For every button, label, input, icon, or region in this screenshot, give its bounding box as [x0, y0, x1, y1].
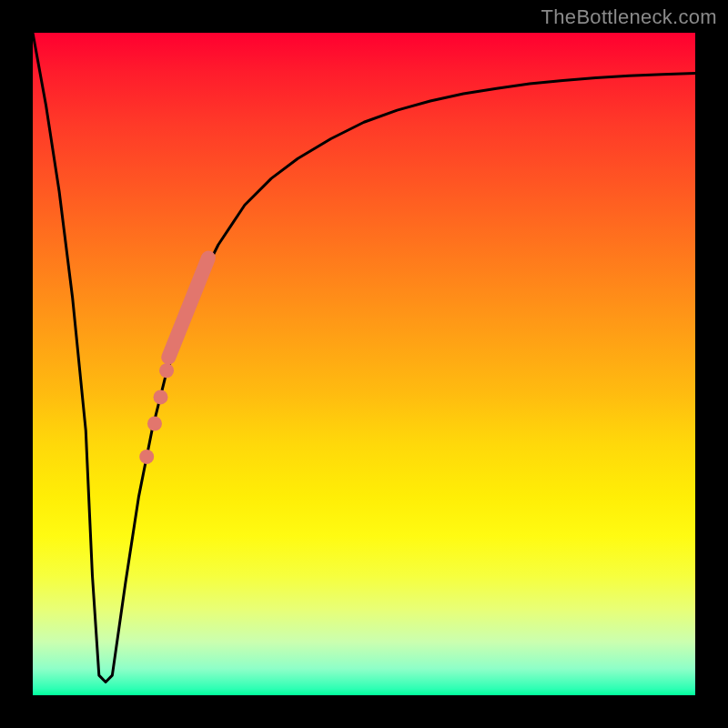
- marker-bar: [168, 258, 208, 358]
- marker-dot: [159, 363, 174, 378]
- bottleneck-curve: [33, 33, 695, 682]
- marker-dot: [147, 417, 162, 431]
- plot-area: [33, 33, 695, 695]
- marker-dot: [154, 389, 168, 404]
- chart-frame: TheBottleneck.com: [0, 0, 728, 728]
- marker-dot: [139, 450, 154, 464]
- watermark-text: TheBottleneck.com: [541, 5, 717, 29]
- curve-layer: [33, 33, 695, 695]
